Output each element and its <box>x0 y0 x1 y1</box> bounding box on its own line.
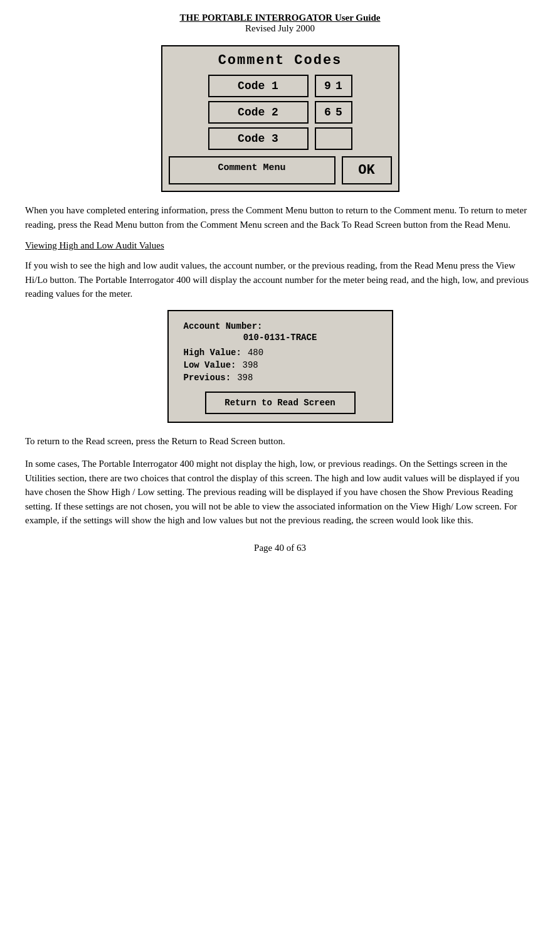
section-heading: Viewing High and Low Audit Values <box>25 240 535 251</box>
comment-codes-screen: Comment Codes Code 1 9 1 Code 2 6 5 Code… <box>161 45 399 192</box>
code3-digit1 <box>322 132 334 145</box>
paragraph4: In some cases, The Portable Interrogator… <box>25 457 535 528</box>
account-screen-container: Account Number: 010-0131-TRACE High Valu… <box>25 310 535 423</box>
code1-row: Code 1 9 1 <box>169 75 392 97</box>
comment-menu-button[interactable]: Comment Menu <box>169 156 335 184</box>
code3-row: Code 3 <box>169 127 392 150</box>
page-title: THE PORTABLE INTERROGATOR User Guide <box>25 13 535 23</box>
comment-codes-screen-container: Comment Codes Code 1 9 1 Code 2 6 5 Code… <box>25 45 535 192</box>
code3-label: Code 3 <box>208 127 309 150</box>
paragraph1: When you have completed entering informa… <box>25 203 535 232</box>
account-number-label-row: Account Number: <box>184 321 377 331</box>
code1-digit2: 1 <box>334 80 345 92</box>
account-number-value: 010-0131-TRACE <box>243 333 317 343</box>
low-value-label: Low Value: <box>184 360 236 370</box>
screen-bottom-row: Comment Menu OK <box>169 156 392 184</box>
code2-label: Code 2 <box>208 101 309 124</box>
code1-digit1: 9 <box>322 80 334 92</box>
page-subtitle: Revised July 2000 <box>25 23 535 34</box>
screen-title: Comment Codes <box>169 53 392 68</box>
high-value-label: High Value: <box>184 348 241 358</box>
page-footer: Page 40 of 63 <box>25 543 535 553</box>
code3-digit2 <box>334 132 345 145</box>
previous-value-row: Previous: 398 <box>184 373 377 383</box>
code2-digit1: 6 <box>322 106 334 119</box>
paragraph3: To return to the Read screen, press the … <box>25 434 535 449</box>
code2-row: Code 2 6 5 <box>169 101 392 124</box>
code1-label: Code 1 <box>208 75 309 97</box>
return-to-read-screen-button[interactable]: Return to Read Screen <box>205 392 356 414</box>
page-header: THE PORTABLE INTERROGATOR User Guide Rev… <box>25 13 535 34</box>
code1-value: 9 1 <box>315 75 352 97</box>
code3-value <box>315 127 352 150</box>
return-button-row: Return to Read Screen <box>184 392 377 414</box>
low-value: 398 <box>243 360 258 370</box>
previous-label: Previous: <box>184 373 231 383</box>
previous-value: 398 <box>237 373 253 383</box>
paragraph2: If you wish to see the high and low audi… <box>25 258 535 301</box>
high-value: 480 <box>248 348 263 358</box>
account-number-value-row: 010-0131-TRACE <box>184 333 377 343</box>
account-screen: Account Number: 010-0131-TRACE High Valu… <box>167 310 393 423</box>
ok-button[interactable]: OK <box>342 156 392 184</box>
page-number: Page 40 of 63 <box>254 543 306 553</box>
low-value-row: Low Value: 398 <box>184 360 377 370</box>
code2-digit2: 5 <box>334 106 345 119</box>
account-number-label: Account Number: <box>184 321 263 331</box>
high-value-row: High Value: 480 <box>184 348 377 358</box>
code2-value: 6 5 <box>315 101 352 124</box>
